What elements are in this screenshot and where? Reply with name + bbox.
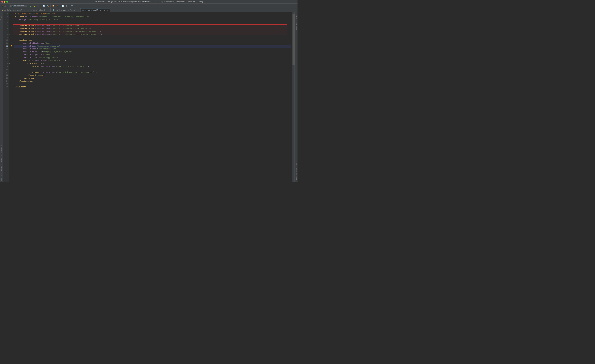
code-line-1: <?xml version="1.0" encoding="utf-8"?> — [14, 13, 291, 16]
line-num-22: 22 — [4, 74, 8, 77]
stop-button[interactable]: ⬛ — [37, 5, 40, 7]
tab-close-icon[interactable]: ✕ — [78, 9, 79, 11]
code-line-22: </intent-filter> — [14, 74, 291, 77]
line-num-3: 3 — [4, 18, 8, 21]
tab-close-icon[interactable]: ✕ — [48, 9, 49, 11]
code-line-7: <uses-permission android:name="android.p… — [14, 30, 291, 33]
chevron-down-icon: ▾ — [25, 5, 26, 7]
right-tool-windows: Gradle ByteDance Device File Explorer — [295, 12, 298, 182]
code-line-15: android:supportsRtl="true" — [14, 53, 291, 56]
code-line-6: <uses-permission android:name="android.p… — [14, 27, 291, 30]
fold-gutter: ▼ ▼ ▼ — [9, 12, 11, 182]
sdk-manager-button[interactable]: 📦 — [52, 5, 55, 7]
line-num-18: 18 — [4, 62, 8, 65]
line-num-8: 8 — [4, 33, 8, 36]
code-line-19: <action android:name="android.intent.act… — [14, 65, 291, 68]
line-numbers-gutter: 1 2 3 4 5 6 7 8 9 10 11 12 13 14 15 16 1… — [3, 12, 9, 182]
line-num-6: 6 — [4, 27, 8, 30]
title-bar: My Application [~/AndroidStudioProjects/… — [0, 0, 298, 4]
code-line-9 — [14, 36, 291, 39]
app-menu-button[interactable]: 📱 app ▾ — [1, 5, 8, 7]
warning-icon-12 — [11, 45, 12, 46]
separator-2 — [28, 5, 28, 7]
code-line-16: android:theme="@style/AppTheme"> — [14, 56, 291, 59]
editor-container: 1 2 3 4 5 6 7 8 9 10 11 12 13 14 15 16 1… — [3, 12, 295, 182]
line-num-23: 23 — [4, 77, 8, 80]
line-num-4: 4 — [4, 21, 8, 24]
avd-manager-button[interactable]: 📱 — [56, 5, 59, 7]
tab-close-icon[interactable]: ✕ — [24, 9, 25, 11]
line-num-13: 13 — [4, 48, 8, 51]
fold-icon-10[interactable]: ▼ — [9, 34, 10, 36]
tab-activity-main[interactable]: ◆ activity_main.xml ✕ — [0, 8, 26, 12]
code-line-13: android:label="My Application" — [14, 48, 291, 51]
code-line-18: <intent-filter> — [14, 62, 291, 65]
toolbar: 📱 app ▾ 📱 No Devices ▾ ▶ 🐛 ⬛ 🔄 🔨 📦 📱 📊 ⚙… — [0, 4, 298, 8]
settings-button[interactable]: ⚙ — [65, 5, 68, 7]
device-icon: 📱 — [12, 5, 14, 7]
line-num-5: 5 — [4, 24, 8, 27]
code-line-11: android:allowBackup="true" — [14, 42, 291, 45]
sidebar-item-favorites[interactable]: Favorites — [0, 172, 3, 182]
window-title: My Application [~/AndroidStudioProjects/… — [94, 1, 203, 3]
fold-icon-22[interactable]: ▼ — [9, 63, 10, 64]
tab-close-icon[interactable]: ✕ — [107, 9, 108, 11]
xml-file-icon: ◆ — [2, 9, 3, 11]
line-num-14: 14 — [4, 51, 8, 54]
line-num-1: 1 — [4, 13, 8, 16]
sidebar-item-structure[interactable]: 2: Structure — [0, 144, 3, 157]
tab-androidmanifest[interactable]: 🗋 AndroidManifest.xml ✕ — [80, 8, 110, 12]
code-line-21: <category android:name="android.intent.c… — [14, 71, 291, 74]
fold-icon-18[interactable]: ▼ — [9, 53, 10, 55]
build-button[interactable]: 🔨 — [46, 5, 50, 7]
line-num-15: 15 — [4, 53, 8, 56]
code-line-17: <activity android:name=".MainActivity"> — [14, 59, 291, 62]
code-line-4 — [14, 21, 291, 24]
code-editor[interactable]: <?xml version="1.0" encoding="utf-8"?> <… — [13, 12, 292, 182]
code-line-10: <application — [14, 39, 291, 42]
xml-manifest-icon: 🗋 — [82, 9, 84, 11]
gradle-file-icon: 🔩 — [52, 9, 55, 11]
code-line-2: <manifest xmlns:android="http://schemas.… — [14, 16, 291, 19]
separator — [9, 5, 9, 7]
tab-build-gradle[interactable]: 🔩 build.gradle (:app) ✕ — [51, 8, 80, 12]
line-num-9: 9 — [4, 36, 8, 39]
separator-6 — [69, 5, 69, 7]
code-line-25 — [14, 83, 291, 86]
debug-button[interactable]: 🐛 — [33, 5, 36, 7]
profile-button[interactable]: 📊 — [61, 5, 64, 7]
close-button[interactable] — [1, 1, 3, 3]
line-num-2: 2 — [4, 16, 8, 19]
maximize-button[interactable] — [6, 1, 8, 3]
tab-mainactivity[interactable]: K MainActivity.kt ✕ — [26, 8, 51, 12]
line-num-20: 20 — [4, 68, 8, 71]
sidebar-item-device-file-explorer[interactable]: Device File Explorer — [295, 161, 297, 181]
code-line-20 — [14, 68, 291, 71]
run-button[interactable]: ▶ — [29, 5, 32, 7]
kt-file-icon: K — [28, 9, 29, 11]
sidebar-item-gradle[interactable]: Gradle — [295, 12, 297, 20]
scrollbar-thumb[interactable] — [292, 14, 295, 65]
minimize-button[interactable] — [4, 1, 6, 3]
separator-4 — [50, 5, 51, 7]
warning-gutter — [11, 12, 13, 182]
line-num-7: 7 — [4, 30, 8, 33]
line-num-10: 10 — [4, 39, 8, 42]
line-num-26: 26 — [4, 86, 8, 89]
code-line-3: package="com.example.myapplication"> — [14, 18, 291, 21]
device-selector[interactable]: 📱 No Devices ▾ — [10, 5, 27, 7]
code-line-8: <uses-permission android:name="android.p… — [14, 33, 291, 36]
vertical-scrollbar[interactable] — [292, 12, 295, 182]
code-line-5: <uses-permission android:name="android.p… — [14, 24, 291, 27]
separator-5 — [60, 5, 60, 7]
sidebar-item-build-variants[interactable]: Build Variants — [0, 157, 3, 172]
traffic-lights — [1, 1, 8, 3]
code-line-23: </activity> — [14, 77, 291, 80]
chevron-down-icon: ▾ — [7, 5, 8, 7]
sync-button[interactable]: 🔄 — [42, 5, 45, 7]
search-button[interactable]: 🔎 — [70, 5, 73, 7]
line-num-24: 24 — [4, 80, 8, 83]
sidebar-item-bytedance[interactable]: ByteDance — [295, 20, 297, 31]
code-line-24: </application> — [14, 80, 291, 83]
sidebar-item-project[interactable]: 1: Project — [0, 13, 3, 24]
